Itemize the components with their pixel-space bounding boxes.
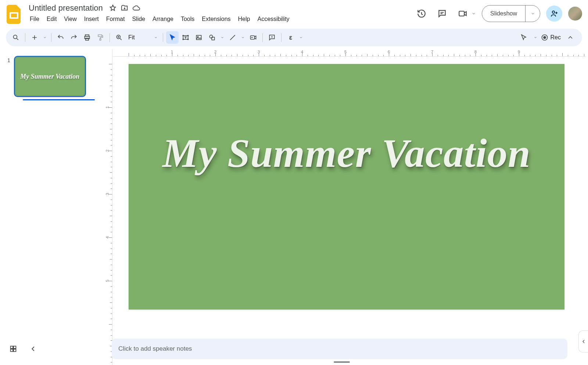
side-panel-toggle[interactable] [578, 330, 588, 353]
line-dropdown[interactable] [240, 31, 246, 44]
svg-point-12 [183, 35, 183, 36]
caret-down-icon[interactable] [472, 11, 476, 16]
move-icon[interactable] [121, 4, 129, 12]
slide-thumbnail[interactable]: My Summer Vacation [14, 56, 86, 97]
image-button[interactable] [193, 31, 205, 44]
caret-down-icon [531, 11, 535, 16]
thumbnail-title: My Summer Vacation [20, 73, 79, 80]
menu-file[interactable]: File [26, 14, 43, 24]
star-icon[interactable] [109, 4, 117, 12]
undo-button[interactable] [54, 31, 67, 44]
title-area: Untitled presentation File Edit View Ins… [26, 3, 414, 24]
menu-slide[interactable]: Slide [129, 14, 148, 24]
slide-thumbnail-row: 1 My Summer Vacation [7, 56, 88, 100]
grid-view-button[interactable] [6, 341, 21, 356]
toolbar: Fit ε Rec [6, 29, 582, 46]
add-comment-icon [268, 34, 276, 41]
speaker-notes-placeholder: Click to add speaker notes [118, 345, 192, 353]
video-button[interactable] [247, 31, 259, 44]
pointer-icon [520, 34, 527, 41]
svg-rect-23 [11, 346, 13, 348]
collapse-filmstrip-button[interactable] [26, 341, 40, 356]
speaker-notes-input[interactable]: Click to add speaker notes [112, 339, 567, 359]
print-button[interactable] [81, 31, 93, 44]
svg-rect-2 [459, 11, 464, 16]
slideshow-button[interactable]: Slideshow [482, 6, 525, 22]
script-dropdown[interactable] [298, 31, 304, 44]
caret-down-icon[interactable] [534, 36, 537, 39]
document-title[interactable]: Untitled presentation [26, 3, 105, 14]
script-button[interactable]: ε [284, 31, 297, 44]
filmstrip[interactable]: 1 My Summer Vacation [0, 49, 96, 365]
menu-edit[interactable]: Edit [43, 14, 60, 24]
person-add-icon [550, 9, 559, 18]
svg-point-15 [188, 39, 189, 40]
slide-title-text[interactable]: My Summer Vacation [147, 130, 546, 177]
slides-logo[interactable] [6, 4, 22, 25]
record-button[interactable]: Rec [541, 34, 561, 41]
main-area: 1 My Summer Vacation 12345 123456789 My … [0, 49, 588, 365]
search-icon [12, 34, 19, 41]
vertical-ruler[interactable]: 12345 [105, 49, 112, 365]
menu-format[interactable]: Format [103, 14, 128, 24]
chevron-up-icon [567, 34, 574, 41]
menu-view[interactable]: View [61, 14, 80, 24]
history-icon[interactable] [414, 6, 429, 21]
svg-rect-24 [14, 346, 16, 348]
comment-button[interactable] [266, 31, 278, 44]
separator [281, 33, 282, 42]
caret-down-icon [299, 36, 303, 39]
svg-rect-9 [100, 39, 101, 40]
redo-button[interactable] [68, 31, 80, 44]
caret-down-icon [154, 36, 158, 39]
redo-icon [70, 34, 78, 41]
slideshow-dropdown[interactable] [525, 6, 540, 22]
cloud-status-icon[interactable] [132, 4, 140, 12]
shape-button[interactable] [206, 31, 218, 44]
toolbar-wrap: Fit ε Rec [0, 26, 588, 49]
slides-logo-icon [7, 5, 21, 24]
chevron-left-icon [581, 339, 587, 344]
menu-accessibility[interactable]: Accessibility [254, 14, 293, 24]
menu-insert[interactable]: Insert [81, 14, 102, 24]
pointer-button[interactable] [517, 31, 530, 44]
meet-icon[interactable] [455, 6, 470, 21]
menu-arrange[interactable]: Arrange [149, 14, 177, 24]
grid-icon [9, 345, 17, 353]
plus-icon [31, 34, 38, 41]
horizontal-ruler[interactable]: 123456789 [112, 49, 586, 57]
select-tool-button[interactable] [166, 31, 179, 44]
comments-icon[interactable] [435, 6, 449, 21]
menu-help[interactable]: Help [235, 14, 254, 24]
shape-dropdown[interactable] [219, 31, 226, 44]
line-button[interactable] [226, 31, 239, 44]
zoom-button[interactable] [113, 31, 125, 44]
slide-canvas[interactable]: My Summer Vacation [129, 64, 564, 309]
menu-extensions[interactable]: Extensions [198, 14, 234, 24]
bottom-bar: Click to add speaker notes [0, 336, 588, 365]
undo-icon [57, 34, 64, 41]
shape-icon [208, 34, 216, 41]
menu-bar: File Edit View Insert Format Slide Arran… [26, 14, 414, 24]
share-button[interactable] [546, 6, 562, 22]
svg-point-14 [183, 39, 183, 40]
search-menus-button[interactable] [10, 31, 22, 44]
line-icon [229, 34, 236, 41]
menu-tools[interactable]: Tools [178, 14, 198, 24]
chevron-left-icon [29, 345, 37, 353]
separator [262, 33, 263, 42]
new-slide-dropdown[interactable] [42, 31, 48, 44]
canvas-area: 12345 123456789 My Summer Vacation [96, 49, 588, 365]
textbox-button[interactable] [179, 31, 192, 44]
new-slide-button[interactable] [28, 31, 41, 44]
paint-format-button[interactable] [94, 31, 107, 44]
svg-point-22 [543, 36, 546, 39]
separator [163, 33, 163, 42]
zoom-select[interactable]: Fit [126, 34, 160, 41]
svg-rect-16 [196, 35, 201, 40]
slideshow-combo: Slideshow [482, 5, 540, 22]
account-avatar[interactable] [568, 7, 582, 21]
collapse-toolbar-button[interactable] [564, 32, 576, 43]
textbox-icon [182, 34, 189, 41]
title-row: Untitled presentation [26, 3, 414, 13]
